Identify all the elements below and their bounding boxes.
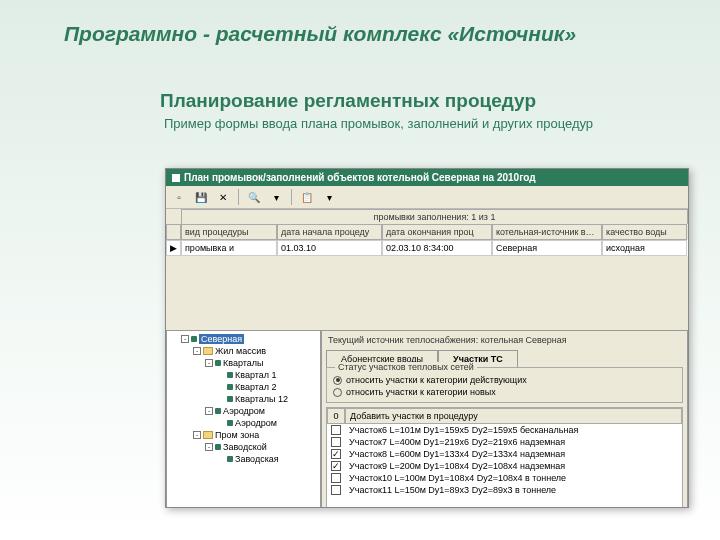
list-item-text: Участок8 L=600м Dу1=133x4 Dу2=133x4 надз… — [345, 448, 682, 460]
col-header[interactable]: качество воды — [602, 224, 687, 240]
dropdown-button[interactable]: ▾ — [320, 188, 338, 206]
save-button[interactable]: 💾 — [192, 188, 210, 206]
tree-node[interactable]: Квартал 1 — [235, 370, 277, 380]
col-header[interactable]: дата окончания проц — [382, 224, 492, 240]
row-handle — [166, 224, 181, 240]
grid-row[interactable]: ▶ промывка и 01.03.10 02.03.10 8:34:00 С… — [166, 240, 688, 256]
list-item-text: Участок11 L=150м Dу1=89x3 Dу2=89x3 в тон… — [345, 484, 682, 496]
node-icon — [215, 408, 221, 414]
cell[interactable]: 02.03.10 8:34:00 — [382, 240, 492, 256]
section-title: Планирование регламентных процедур — [0, 46, 720, 112]
collapse-icon[interactable]: - — [193, 347, 201, 355]
grid-caption: промывки заполнения: 1 из 1 — [181, 209, 688, 224]
tree-node[interactable]: Заводская — [235, 454, 279, 464]
cell[interactable]: Северная — [492, 240, 602, 256]
section-subtitle: Пример формы ввода плана промывок, запол… — [0, 112, 720, 131]
tree-node[interactable]: Пром зона — [215, 430, 259, 440]
radio-label: относить участки к категории новых — [346, 387, 496, 397]
app-icon — [172, 174, 180, 182]
tree-node[interactable]: Аэродром — [223, 406, 265, 416]
node-icon — [191, 336, 197, 342]
delete-button[interactable]: ✕ — [214, 188, 232, 206]
list-item-text: Участок10 L=100м Dу1=108x4 Dу2=108x4 в т… — [345, 472, 682, 484]
dropdown-button[interactable]: ▾ — [267, 188, 285, 206]
list-item-text: Участок7 L=400м Dу1=219x6 Dу2=219x6 надз… — [345, 436, 682, 448]
folder-icon — [203, 347, 213, 355]
cell[interactable]: промывка и — [181, 240, 277, 256]
tree-node[interactable]: Квартал 2 — [235, 382, 277, 392]
col-header[interactable]: вид процедуры — [181, 224, 277, 240]
app-window: План промывок/заполнений объектов котель… — [165, 168, 689, 508]
node-icon — [227, 456, 233, 462]
grid-header: вид процедуры дата начала процеду дата о… — [166, 224, 688, 240]
segments-list: 0 Добавить участки в процедуру Участок6 … — [326, 407, 683, 508]
checkbox[interactable] — [331, 461, 341, 471]
toolbar-sep — [238, 189, 239, 205]
checkbox[interactable] — [331, 485, 341, 495]
list-item[interactable]: Участок9 L=200м Dу1=108x4 Dу2=108x4 надз… — [327, 460, 682, 472]
window-title: План промывок/заполнений объектов котель… — [184, 172, 536, 183]
find-button[interactable]: 🔍 — [245, 188, 263, 206]
checkbox[interactable] — [331, 473, 341, 483]
checkbox[interactable] — [331, 437, 341, 447]
tree-node[interactable]: Северная — [199, 334, 244, 344]
collapse-icon[interactable]: - — [193, 431, 201, 439]
list-item-text: Участок6 L=101м Dу1=159x5 Dу2=159x5 беск… — [345, 424, 682, 436]
node-icon — [227, 396, 233, 402]
list-item[interactable]: Участок11 L=150м Dу1=89x3 Dу2=89x3 в тон… — [327, 484, 682, 496]
node-icon — [227, 384, 233, 390]
radio-label: относить участки к категории действующих — [346, 375, 527, 385]
list-header: 0 Добавить участки в процедуру — [327, 408, 682, 424]
copy-button[interactable]: 📋 — [298, 188, 316, 206]
right-panel: Текущий источник теплоснабжения: котельн… — [321, 330, 688, 508]
tree-node[interactable]: Кварталы 12 — [235, 394, 288, 404]
collapse-icon[interactable]: - — [181, 335, 189, 343]
source-label: Текущий источник теплоснабжения: котельн… — [322, 331, 687, 349]
folder-icon — [203, 431, 213, 439]
col-header[interactable]: 0 — [327, 408, 345, 424]
node-icon — [215, 360, 221, 366]
col-header[interactable]: котельная-источник в… — [492, 224, 602, 240]
collapse-icon[interactable]: - — [205, 443, 213, 451]
toolbar: ▫ 💾 ✕ 🔍 ▾ 📋 ▾ — [166, 186, 688, 209]
radio-new[interactable] — [333, 388, 342, 397]
slide-title: Программно - расчетный комплекс «Источни… — [0, 0, 720, 46]
tree-node[interactable]: Кварталы — [223, 358, 263, 368]
tree-node[interactable]: Заводской — [223, 442, 267, 452]
cell[interactable]: исходная — [602, 240, 687, 256]
col-header[interactable]: дата начала процеду — [277, 224, 382, 240]
collapse-icon[interactable]: - — [205, 407, 213, 415]
list-item-text: Участок9 L=200м Dу1=108x4 Dу2=108x4 надз… — [345, 460, 682, 472]
node-icon — [227, 420, 233, 426]
checkbox[interactable] — [331, 449, 341, 459]
titlebar: План промывок/заполнений объектов котель… — [166, 169, 688, 186]
list-item[interactable]: Участок6 L=101м Dу1=159x5 Dу2=159x5 беск… — [327, 424, 682, 436]
node-icon — [227, 372, 233, 378]
grid-gutter — [166, 256, 688, 330]
group-title: Статус участков тепловых сетей — [335, 362, 477, 372]
list-item[interactable]: Участок8 L=600м Dу1=133x4 Dу2=133x4 надз… — [327, 448, 682, 460]
grid: промывки заполнения: 1 из 1 вид процедур… — [166, 209, 688, 330]
toolbar-sep — [291, 189, 292, 205]
status-group: Статус участков тепловых сетей относить … — [326, 367, 683, 403]
tree-node[interactable]: Жил массив — [215, 346, 266, 356]
tree[interactable]: -Северная -Жил массив -Кварталы Квартал … — [166, 330, 321, 508]
list-item[interactable]: Участок10 L=100м Dу1=108x4 Dу2=108x4 в т… — [327, 472, 682, 484]
new-button[interactable]: ▫ — [170, 188, 188, 206]
collapse-icon[interactable]: - — [205, 359, 213, 367]
radio-active[interactable] — [333, 376, 342, 385]
col-header[interactable]: Добавить участки в процедуру — [345, 408, 682, 424]
tree-node[interactable]: Аэродром — [235, 418, 277, 428]
list-item[interactable]: Участок7 L=400м Dу1=219x6 Dу2=219x6 надз… — [327, 436, 682, 448]
row-selector[interactable]: ▶ — [166, 240, 181, 256]
checkbox[interactable] — [331, 425, 341, 435]
cell[interactable]: 01.03.10 — [277, 240, 382, 256]
lower-pane: -Северная -Жил массив -Кварталы Квартал … — [166, 330, 688, 508]
node-icon — [215, 444, 221, 450]
